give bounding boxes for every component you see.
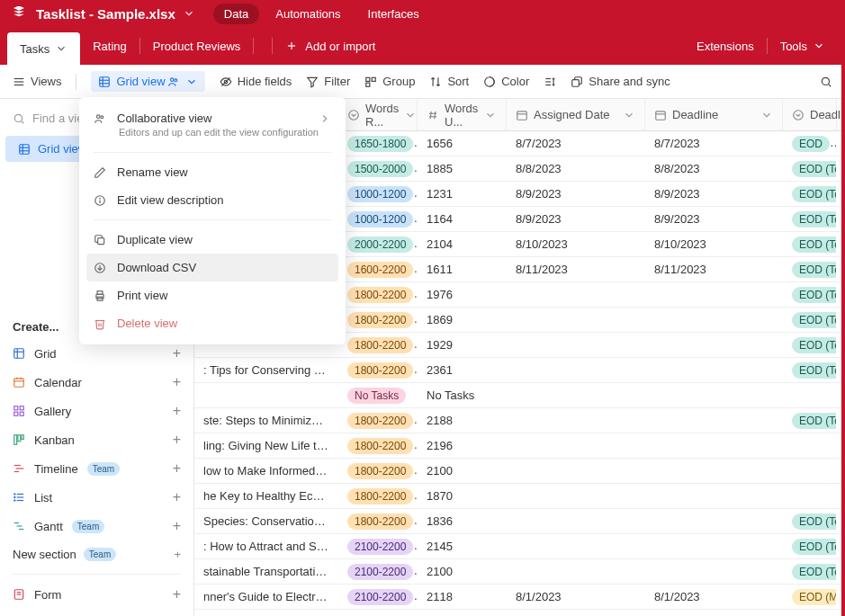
cell-words-used[interactable]: 1929 xyxy=(418,338,507,352)
chevron-down-icon[interactable] xyxy=(254,40,272,52)
cell-words-range[interactable]: 1800-2200 xyxy=(338,513,418,530)
cell-assigned-date[interactable]: 8/10/2023 xyxy=(507,237,645,251)
cell-words-range[interactable]: 1600-2200 xyxy=(338,262,418,278)
cell-title[interactable]: : Tips for Conserving Wa... xyxy=(194,363,338,377)
cell-title[interactable]: low to Make Informed an... xyxy=(194,464,338,478)
cell-words-range[interactable]: 2100-2200 xyxy=(338,539,418,555)
cell-title[interactable]: nner's Guide to Electric V... xyxy=(194,590,338,603)
cell-title[interactable]: ste: Steps to Minimize Ho... xyxy=(194,414,338,427)
cell-deadline[interactable]: 8/1/2023 xyxy=(645,590,783,603)
cell-deadline[interactable]: 8/9/2023 xyxy=(645,187,783,201)
cell-deadline-tag[interactable]: EOD (To xyxy=(783,161,837,177)
cell-words-range[interactable]: 1800-2200 xyxy=(338,438,418,454)
cell-words-used[interactable]: 2188 xyxy=(418,414,507,427)
cell-deadline-tag[interactable]: EOD (To xyxy=(783,237,837,253)
column-header-deadline[interactable]: Deadline xyxy=(645,99,783,130)
menu-delete-view[interactable]: Delete view xyxy=(79,309,346,337)
cell-words-used[interactable]: 2361 xyxy=(418,363,507,377)
table-row[interactable]: ste: Steps to Minimize Ho...1800-2200218… xyxy=(194,408,845,433)
cell-title[interactable]: Species: Conservation Eff... xyxy=(194,514,338,528)
cell-deadline-tag[interactable]: EOD (To xyxy=(783,186,837,202)
cell-words-used[interactable]: 1870 xyxy=(418,489,507,503)
table-tab-tasks[interactable]: Tasks xyxy=(7,32,80,65)
cell-assigned-date[interactable]: 8/9/2023 xyxy=(507,187,645,201)
cell-title[interactable]: ling: Giving New Life to O... xyxy=(194,439,338,452)
create-form[interactable]: Form+ xyxy=(0,580,193,609)
base-title[interactable]: Tasklist - Sample.xlsx xyxy=(36,6,175,22)
chevron-down-icon[interactable] xyxy=(484,109,497,121)
cell-words-range[interactable]: 1800-2200 xyxy=(338,463,418,479)
cell-deadline[interactable]: 8/7/2023 xyxy=(645,137,783,150)
cell-words-used[interactable]: 2145 xyxy=(418,540,507,553)
create-list[interactable]: List+ xyxy=(0,483,193,512)
cell-words-range[interactable]: 1500-2000 xyxy=(338,161,418,177)
table-row[interactable]: low to Make Informed an...1800-22002100 xyxy=(194,459,845,484)
create-gantt[interactable]: Gantt Team + xyxy=(0,512,193,540)
table-row[interactable]: nner's Guide to Electric V...2100-220021… xyxy=(194,585,845,610)
add-or-import-button[interactable]: Add or import xyxy=(273,40,388,53)
cell-deadline[interactable]: 8/8/2023 xyxy=(645,162,783,175)
tab-automations[interactable]: Automations xyxy=(265,4,351,24)
cell-words-range[interactable]: 1800-2200 xyxy=(338,312,418,328)
table-tab-reviews[interactable]: Product Reviews xyxy=(140,40,254,53)
cell-words-used[interactable]: 1611 xyxy=(418,263,507,276)
cell-words-range[interactable]: 2100-2200 xyxy=(338,589,418,605)
cell-deadline-tag[interactable]: EOD (To xyxy=(783,513,837,530)
cell-words-range[interactable]: 1800-2200 xyxy=(338,287,418,303)
cell-words-range[interactable]: 1800-2200 xyxy=(338,362,418,379)
menu-rename-view[interactable]: Rename view xyxy=(79,158,346,186)
cell-words-used[interactable]: 2104 xyxy=(418,237,507,251)
cell-words-used[interactable]: 1869 xyxy=(418,313,507,326)
column-header-words-u[interactable]: Words U... xyxy=(418,99,507,130)
menu-duplicate-view[interactable]: Duplicate view xyxy=(79,226,346,254)
column-header-assigned[interactable]: Assigned Date xyxy=(507,99,645,130)
menu-download-csv[interactable]: Download CSV xyxy=(86,254,338,281)
menu-collaborative-view[interactable]: Collaborative view xyxy=(79,104,346,127)
table-row[interactable]: : How to Attract and Sup...2100-22002145… xyxy=(194,534,845,559)
cell-words-range[interactable]: 1000-1200 xyxy=(338,186,418,202)
cell-deadline[interactable]: 8/9/2023 xyxy=(645,212,783,226)
cell-words-used[interactable]: 1231 xyxy=(418,187,507,201)
sort-button[interactable]: Sort xyxy=(429,75,469,88)
cell-deadline[interactable]: 8/11/2023 xyxy=(645,263,783,276)
cell-words-used[interactable]: 1656 xyxy=(418,137,507,150)
cell-words-used[interactable]: 2196 xyxy=(418,439,507,452)
row-height-button[interactable] xyxy=(544,76,556,88)
hide-fields-button[interactable]: Hide fields xyxy=(220,75,292,88)
column-header-words-r[interactable]: Words R... xyxy=(338,99,418,130)
cell-words-used[interactable]: 2100 xyxy=(418,565,507,578)
cell-deadline-tag[interactable]: EOD (To xyxy=(783,287,837,303)
filter-button[interactable]: Filter xyxy=(306,75,350,88)
views-button[interactable]: Views xyxy=(13,75,61,88)
table-row[interactable]: ling: Giving New Life to O...1800-220021… xyxy=(194,433,845,459)
cell-words-used[interactable]: 1164 xyxy=(418,212,507,226)
table-row[interactable]: he Key to Healthy Ecosyst...1800-2200187… xyxy=(194,484,845,509)
color-button[interactable]: Color xyxy=(483,75,529,88)
cell-words-range[interactable]: 1000-1200 xyxy=(338,211,418,228)
cell-words-range[interactable]: No Tasks xyxy=(338,388,418,404)
table-row[interactable]: : Tips for Conserving Wa...1800-22002361… xyxy=(194,358,845,383)
cell-assigned-date[interactable]: 8/1/2023 xyxy=(507,590,645,603)
cell-deadline-tag[interactable]: EOD (To xyxy=(783,312,837,328)
cell-words-used[interactable]: 1885 xyxy=(418,162,507,175)
table-row[interactable]: No TasksNo Tasks xyxy=(194,383,845,408)
cell-deadline-tag[interactable]: EOD (To xyxy=(783,362,837,379)
table-row[interactable]: stainable Transportation ...2100-2200210… xyxy=(194,559,845,585)
cell-words-range[interactable]: 1800-2200 xyxy=(338,413,418,429)
cell-words-used[interactable]: 1976 xyxy=(418,288,507,301)
cell-words-range[interactable]: 2100-2200 xyxy=(338,564,418,580)
cell-title[interactable]: stainable Transportation ... xyxy=(194,565,338,578)
cell-words-range[interactable]: 1800-2200 xyxy=(338,337,418,353)
cell-assigned-date[interactable]: 8/9/2023 xyxy=(507,212,645,226)
cell-deadline-tag[interactable]: EOD (To xyxy=(783,211,837,228)
tools-button[interactable]: Tools xyxy=(768,40,838,53)
cell-words-used[interactable]: 2118 xyxy=(418,590,507,603)
create-timeline[interactable]: Timeline Team + xyxy=(0,454,193,483)
chevron-down-icon[interactable] xyxy=(404,109,417,121)
cell-deadline-tag[interactable]: EOD xyxy=(783,136,837,152)
tab-interfaces[interactable]: Interfaces xyxy=(357,4,430,24)
cell-deadline-tag[interactable]: EOD (To xyxy=(783,539,837,555)
cell-words-range[interactable]: 2000-2200 xyxy=(338,237,418,253)
search-icon[interactable] xyxy=(820,76,832,88)
menu-edit-description[interactable]: Edit view description xyxy=(79,186,346,214)
